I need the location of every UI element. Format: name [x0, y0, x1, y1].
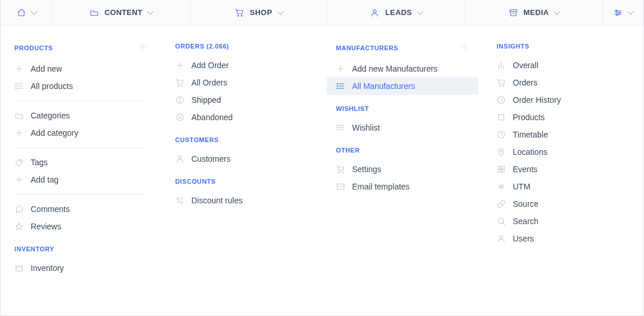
all-products[interactable]: All products [5, 77, 157, 95]
folder-icon [90, 8, 99, 17]
svg-point-27 [337, 129, 338, 130]
customers[interactable]: Customers [166, 150, 317, 168]
svg-rect-40 [502, 170, 505, 173]
all-orders[interactable]: All Orders [166, 74, 317, 91]
insight-source[interactable]: Source [487, 195, 639, 213]
filter-tab[interactable] [603, 0, 643, 25]
insight-search[interactable]: Search [487, 213, 639, 230]
add-order[interactable]: Add Order [166, 57, 317, 74]
menu-body: PRODUCTSAdd newAll productsCategoriesAdd… [1, 25, 643, 315]
svg-rect-37 [498, 166, 501, 169]
comment-icon [14, 205, 24, 214]
gear-icon[interactable] [460, 43, 469, 53]
svg-point-8 [16, 83, 16, 84]
gear-icon[interactable] [139, 43, 147, 53]
tags[interactable]: Tags [5, 154, 157, 171]
content-tab[interactable]: CONTENT [53, 0, 190, 25]
item-label: Email templates [352, 182, 410, 191]
list-icon [336, 81, 345, 91]
shipped[interactable]: Shipped [166, 91, 317, 109]
abandoned[interactable]: Abandoned [166, 109, 317, 126]
media-tab[interactable]: MEDIA [465, 0, 603, 25]
item-label: Timetable [513, 130, 548, 139]
reviews[interactable]: Reviews [5, 218, 157, 235]
group-header: INSIGHTS [487, 37, 639, 57]
settings[interactable]: Settings [327, 161, 478, 178]
svg-point-42 [499, 236, 502, 239]
group-title: INVENTORY [14, 246, 54, 252]
item-label: Users [513, 234, 534, 243]
item-label: Search [513, 217, 538, 226]
svg-point-10 [16, 88, 16, 88]
menu-column: PRODUCTSAdd newAll productsCategoriesAdd… [1, 37, 161, 315]
pin-icon [497, 147, 506, 157]
inventory[interactable]: Inventory [5, 259, 157, 277]
tab-label: MEDIA [524, 8, 549, 17]
leads-tab[interactable]: LEADS [328, 0, 465, 25]
plus-icon [14, 175, 24, 184]
add-tag[interactable]: Add tag [5, 171, 157, 188]
item-label: Settings [352, 165, 382, 174]
insight-timetable[interactable]: Timetable [487, 126, 639, 143]
insight-history[interactable]: Order History [487, 91, 639, 109]
svg-point-24 [337, 88, 338, 88]
menu-group: ORDERS (2.066)Add OrderAll OrdersShipped… [166, 37, 317, 126]
group-header: INVENTORY [5, 240, 157, 259]
group-title: CUSTOMERS [175, 136, 219, 143]
email-templates[interactable]: Email templates [327, 178, 478, 195]
wishlist[interactable]: Wishlist [327, 119, 478, 136]
item-label: Locations [513, 147, 547, 157]
insight-orders[interactable]: Orders [487, 74, 639, 91]
svg-rect-34 [498, 114, 504, 120]
item-label: Order History [513, 95, 561, 105]
percent-icon [175, 196, 184, 205]
svg-point-7 [142, 46, 145, 49]
shop-tab[interactable]: SHOP [190, 0, 328, 25]
group-title: OTHER [336, 147, 360, 154]
insight-locations[interactable]: Locations [487, 143, 639, 161]
plus-icon [14, 64, 24, 73]
link-icon [497, 199, 506, 209]
user-icon [370, 8, 379, 17]
clock-icon [497, 130, 506, 139]
cart-icon [175, 78, 184, 87]
insight-utm[interactable]: UTM [487, 178, 639, 195]
chevron-down-icon [277, 8, 283, 14]
svg-point-26 [337, 127, 338, 128]
group-title: INSIGHTS [497, 43, 530, 50]
group-header: WISHLIST [327, 99, 478, 119]
insight-events[interactable]: Events [487, 161, 639, 178]
add-manufacturer[interactable]: Add new Manufacturers [327, 60, 478, 77]
item-label: UTM [513, 182, 530, 191]
insight-overall[interactable]: Overall [487, 57, 639, 74]
separator [14, 147, 147, 148]
item-label: Wishlist [352, 123, 380, 132]
user-icon [497, 234, 506, 243]
plus-icon [336, 64, 345, 73]
bars-icon [497, 61, 506, 70]
comments[interactable]: Comments [5, 200, 157, 218]
group-title: ORDERS (2.066) [175, 43, 229, 50]
home-tab[interactable] [1, 0, 53, 25]
categories[interactable]: Categories [5, 107, 157, 124]
item-label: All Orders [191, 78, 227, 87]
insight-products[interactable]: Products [487, 109, 639, 126]
insight-users[interactable]: Users [487, 230, 639, 247]
add-new-product[interactable]: Add new [5, 60, 157, 77]
item-label: Abandoned [191, 113, 233, 122]
item-label: Events [513, 165, 538, 174]
all-manufacturers[interactable]: All Manufacturers [327, 77, 478, 95]
folder-icon [14, 111, 24, 120]
discount-rules[interactable]: Discount rules [166, 192, 317, 209]
add-category[interactable]: Add category [5, 124, 157, 142]
group-title: MANUFACTURERS [336, 44, 398, 51]
menu-group: DISCOUNTSDiscount rules [166, 172, 317, 209]
group-header: CUSTOMERS [166, 131, 317, 150]
group-title: WISHLIST [336, 105, 369, 112]
svg-point-16 [179, 102, 180, 102]
svg-rect-30 [337, 184, 344, 189]
item-label: Reviews [31, 222, 61, 231]
plus-icon [14, 128, 24, 137]
svg-point-14 [182, 85, 183, 86]
svg-point-23 [337, 85, 338, 86]
